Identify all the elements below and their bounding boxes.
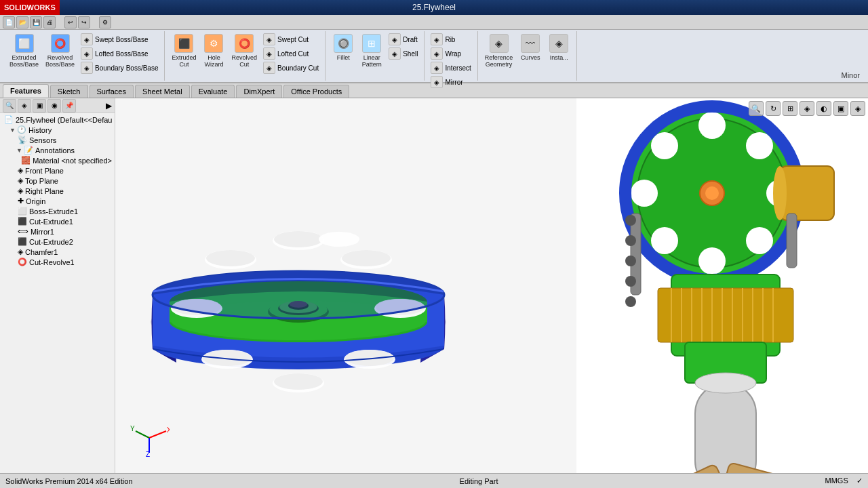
redo-icon[interactable]: ↪ [78,16,90,28]
hole-wizard-icon: ⚙ [204,34,223,53]
tree-item[interactable]: ◈Top Plane [0,176,115,186]
titlebar: SOLIDWORKS 25.Flywheel [0,0,868,15]
tab-sketch[interactable]: Sketch [50,85,88,98]
tree-item[interactable]: ⬜Boss-Extrude1 [0,206,115,216]
linear-pattern-button[interactable]: ⊞ Linear Pattern [358,33,385,69]
sidebar-settings-icon[interactable]: ◉ [47,99,61,113]
sidebar-expand-icon[interactable]: ▶ [106,101,112,110]
rib-button[interactable]: ◈ Rib [429,33,473,46]
feature-tree: 📄25.Flywheel (Default<<Defau▼🕐History📡Se… [0,113,115,479]
tree-item-label: Annotations [35,146,75,155]
tab-office-products[interactable]: Office Products [283,85,349,98]
lofted-cut-button[interactable]: ◈ Lofted Cut [261,47,321,60]
top-toolbar: 📄 📂 💾 🖨 ↩ ↪ ⚙ [0,15,868,30]
tree-item-label: Sensors [29,136,56,144]
save-icon[interactable]: 💾 [30,16,42,28]
reference-geometry-icon: ◈ [490,34,509,53]
svg-text:Y: Y [130,425,135,432]
svg-text:X: X [167,426,170,434]
tab-evaluate[interactable]: Evaluate [191,85,235,98]
view-extra-icon[interactable]: ◈ [850,101,865,116]
view-orient-icon[interactable]: ⊞ [783,101,797,116]
svg-line-33 [136,431,149,438]
status-center: Editing Part [460,477,498,485]
revolved-cut-icon: ⭕ [235,34,254,53]
svg-point-17 [203,350,252,366]
tree-item[interactable]: 📡Sensors [0,135,115,145]
tree-item-label: Origin [26,197,45,205]
view-section-icon[interactable]: ▣ [833,101,848,116]
print-icon[interactable]: 🖨 [43,16,56,28]
mirror-button[interactable]: ◈ Mirror [429,75,473,89]
svg-point-74 [625,276,636,287]
tree-item[interactable]: ✚Origin [0,196,115,206]
draft-button[interactable]: ◈ Draft [387,33,420,46]
intersect-button[interactable]: ◈ Intersect [429,61,473,75]
tree-item-label: Mirror1 [31,228,54,236]
svg-point-15 [274,373,323,390]
tree-item[interactable]: ◈Front Plane [0,165,115,176]
open-icon[interactable]: 📂 [16,16,28,28]
svg-point-75 [625,296,636,307]
viewport-toolbar: 🔍 ↻ ⊞ ◈ ◐ ▣ ◈ [749,101,865,116]
tree-item[interactable]: ⬛Cut-Extrude2 [0,237,115,247]
curves-button[interactable]: 〰 Curves [517,33,544,62]
swept-boss-base-button[interactable]: ◈ Swept Boss/Base [79,33,160,46]
svg-point-9 [342,250,391,266]
reference-geometry-button[interactable]: ◈ Reference Geometry [482,33,516,69]
tab-sheet-metal[interactable]: Sheet Metal [135,85,190,98]
boundary-cut-button[interactable]: ◈ Boundary Cut [261,61,321,75]
sidebar-pin-icon[interactable]: 📌 [62,99,76,113]
tree-item-label: 25.Flywheel (Default<<Defau [16,116,112,124]
sidebar: 🔍 ◈ ▣ ◉ 📌 ▶ 📄25.Flywheel (Default<<Defau… [0,98,115,487]
revolved-boss-base-button[interactable]: ⭕ Revolved Boss/Base [43,33,77,69]
ribbon: ⬜ Extruded Boss/Base ⭕ Revolved Boss/Bas… [0,30,868,83]
zoom-fit-icon[interactable]: 🔍 [749,101,764,116]
view-rotate-icon[interactable]: ↻ [766,101,781,116]
lofted-boss-base-button[interactable]: ◈ Lofted Boss/Base [79,47,160,60]
revolved-cut-button[interactable]: ⭕ Revolved Cut [229,33,260,69]
boundary-boss-base-button[interactable]: ◈ Boundary Boss/Base [79,61,160,75]
tree-item[interactable]: ▼🕐History [0,125,115,135]
tab-features[interactable]: Features [3,84,49,98]
extruded-cut-button[interactable]: ⬛ Extruded Cut [169,33,199,69]
shell-button[interactable]: ◈ Shell [387,47,420,60]
tree-item[interactable]: ▼📝Annotations [0,145,115,155]
undo-icon[interactable]: ↩ [64,16,77,28]
minor-label: Minor [841,71,860,79]
tree-item[interactable]: 🧱Material <not specified> [0,155,115,165]
new-icon[interactable]: 📄 [3,16,15,28]
svg-point-72 [625,235,636,246]
draft-shell-group: ◈ Draft ◈ Shell [387,33,420,60]
svg-point-40 [698,112,726,139]
tree-item[interactable]: ⟺Mirror1 [0,226,115,237]
svg-rect-70 [787,214,797,268]
tab-dimxpert[interactable]: DimXpert [236,85,282,98]
svg-point-77 [705,186,719,200]
hole-wizard-button[interactable]: ⚙ Hole Wizard [200,33,227,69]
sidebar-filter-icon[interactable]: ◈ [18,99,31,113]
tree-item[interactable]: ◈Right Plane [0,186,115,196]
extruded-boss-base-button[interactable]: ⬜ Extruded Boss/Base [7,33,41,69]
tree-item[interactable]: ⬛Cut-Extrude1 [0,216,115,226]
sidebar-view-icon[interactable]: ▣ [33,99,46,113]
tree-item[interactable]: ⭕Cut-Revolve1 [0,257,115,267]
revolved-boss-base-icon: ⭕ [51,34,70,53]
swept-cut-button[interactable]: ◈ Swept Cut [261,33,321,46]
engine-assembly-image [576,98,868,487]
tree-item[interactable]: ◈Chamfer1 [0,247,115,257]
view-hide-icon[interactable]: ◐ [816,101,831,116]
tree-item-label: History [28,126,52,134]
wrap-button[interactable]: ◈ Wrap [429,47,473,60]
tree-item-label: Right Plane [25,187,64,195]
linear-pattern-icon: ⊞ [362,34,381,53]
tab-surfaces[interactable]: Surfaces [90,85,134,98]
options-icon[interactable]: ⚙ [99,16,111,28]
tree-item[interactable]: 📄25.Flywheel (Default<<Defau [0,115,115,125]
instant-button[interactable]: ◈ Insta... [545,33,572,62]
lofted-boss-base-icon: ◈ [81,47,93,60]
fillet-button[interactable]: 🔘 Fillet [330,33,357,62]
sidebar-search-icon[interactable]: 🔍 [3,99,16,113]
view-display-icon[interactable]: ◈ [800,101,814,116]
draft-icon: ◈ [389,33,401,45]
